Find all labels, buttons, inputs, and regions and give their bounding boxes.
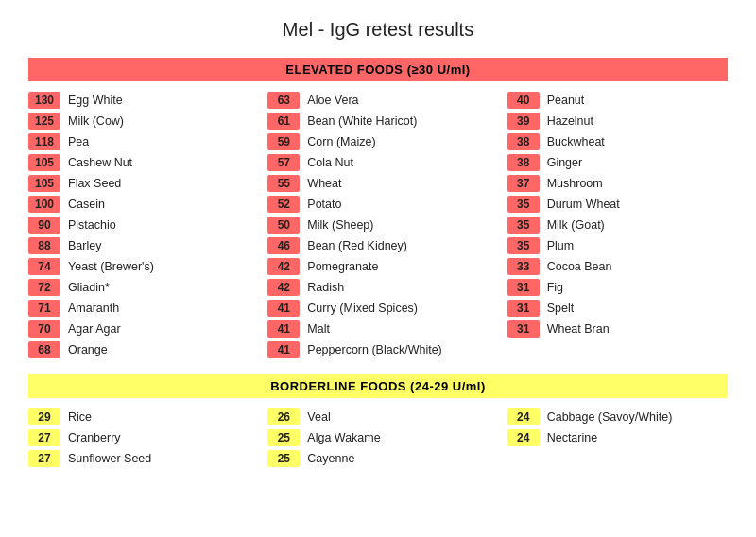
score-badge: 42 — [267, 258, 300, 275]
score-badge: 38 — [507, 154, 540, 171]
list-item: 42Radish — [267, 278, 488, 297]
list-item: 125Milk (Cow) — [28, 112, 249, 130]
list-item: 25Alga Wakame — [267, 428, 488, 447]
list-item: 31Wheat Bran — [507, 320, 728, 338]
list-item: 50Milk (Sheep) — [267, 216, 488, 234]
food-name: Cabbage (Savoy/White) — [547, 410, 673, 424]
food-name: Egg White — [68, 94, 123, 107]
borderline-header: BORDERLINE FOODS (24-29 U/ml) — [28, 374, 728, 398]
list-item: 70Agar Agar — [28, 320, 249, 338]
food-name: Veal — [307, 410, 330, 424]
score-badge: 35 — [507, 196, 540, 213]
food-name: Cranberry — [68, 431, 121, 444]
food-name: Durum Wheat — [547, 198, 620, 211]
food-name: Fig — [547, 281, 563, 294]
score-badge: 31 — [507, 320, 540, 338]
list-item: 61Bean (White Haricot) — [267, 112, 488, 130]
list-item: 35Milk (Goat) — [507, 216, 728, 234]
score-badge: 46 — [267, 237, 300, 254]
food-name: Alga Wakame — [307, 431, 380, 444]
score-badge: 41 — [267, 341, 300, 358]
score-badge: 74 — [28, 258, 60, 275]
list-item: 41Curry (Mixed Spices) — [267, 299, 488, 318]
elevated-header: ELEVATED FOODS (≥30 U/ml) — [28, 58, 728, 81]
list-item: 72Gliadin* — [28, 278, 249, 297]
score-badge: 125 — [28, 113, 60, 130]
score-badge: 68 — [28, 341, 60, 358]
food-name: Pistachio — [68, 218, 116, 232]
score-badge: 27 — [28, 429, 60, 446]
list-item: 35Plum — [507, 236, 728, 255]
borderline-grid: 29Rice26Veal24Cabbage (Savoy/White)27Cra… — [28, 407, 728, 468]
list-item: 31Spelt — [507, 299, 728, 318]
food-name: Bean (Red Kidney) — [307, 239, 407, 252]
food-name: Orange — [68, 343, 108, 356]
food-name: Agar Agar — [68, 322, 121, 336]
score-badge: 24 — [507, 408, 540, 425]
score-badge: 31 — [507, 279, 540, 296]
list-item: 57Cola Nut — [267, 153, 488, 172]
score-badge: 38 — [507, 133, 540, 150]
food-name: Casein — [68, 198, 105, 211]
score-badge: 57 — [267, 154, 300, 171]
list-item: 130Egg White — [28, 91, 249, 110]
list-item: 38Ginger — [507, 153, 728, 172]
score-badge: 105 — [28, 175, 60, 192]
food-name: Milk (Sheep) — [307, 218, 373, 232]
food-name: Amaranth — [68, 302, 119, 315]
food-name: Cola Nut — [307, 156, 353, 169]
list-item: 105Flax Seed — [28, 174, 249, 193]
score-badge: 90 — [28, 217, 60, 234]
food-name: Wheat Bran — [547, 322, 610, 336]
food-name: Pea — [68, 135, 89, 148]
food-name: Cayenne — [307, 452, 354, 465]
food-name: Buckwheat — [547, 135, 605, 148]
score-badge: 105 — [28, 154, 60, 171]
list-item: 26Veal — [267, 407, 488, 426]
list-item: 55Wheat — [267, 174, 488, 193]
score-badge: 70 — [28, 320, 60, 338]
score-badge: 61 — [267, 113, 300, 130]
food-name: Spelt — [547, 302, 575, 315]
list-item: 40Peanut — [507, 91, 728, 110]
food-name: Malt — [307, 322, 330, 336]
score-badge: 41 — [267, 320, 300, 338]
food-name: Ginger — [547, 156, 583, 169]
score-badge: 130 — [28, 92, 60, 109]
food-name: Nectarine — [547, 431, 598, 444]
list-item: 33Cocoa Bean — [507, 257, 728, 276]
score-badge: 72 — [28, 279, 60, 296]
food-name: Flax Seed — [68, 177, 121, 190]
score-badge: 31 — [507, 300, 540, 317]
score-badge: 33 — [507, 258, 540, 275]
score-badge: 63 — [267, 92, 300, 109]
food-name: Peanut — [547, 94, 585, 107]
food-name: Yeast (Brewer's) — [68, 260, 154, 273]
list-item: 118Pea — [28, 132, 249, 151]
score-badge: 25 — [267, 429, 300, 446]
food-name: Hazelnut — [547, 114, 593, 128]
food-name: Bean (White Haricot) — [307, 114, 417, 128]
score-badge: 40 — [507, 92, 540, 109]
empty-cell — [507, 449, 728, 468]
score-badge: 26 — [267, 408, 300, 425]
list-item: 24Cabbage (Savoy/White) — [507, 407, 728, 426]
food-name: Sunflower Seed — [68, 452, 151, 465]
page-title: Mel - IgG retest results — [28, 19, 728, 41]
food-name: Rice — [68, 410, 92, 424]
list-item: 90Pistachio — [28, 216, 249, 234]
food-name: Barley — [68, 239, 101, 252]
list-item: 41Peppercorn (Black/White) — [267, 340, 488, 359]
food-name: Gliadin* — [68, 281, 110, 294]
food-name: Pomegranate — [307, 260, 378, 273]
list-item: 24Nectarine — [507, 428, 728, 447]
score-badge: 29 — [28, 408, 60, 425]
score-badge: 35 — [507, 237, 540, 254]
score-badge: 100 — [28, 196, 60, 213]
food-name: Plum — [547, 239, 574, 252]
food-name: Radish — [307, 281, 344, 294]
food-name: Wheat — [307, 177, 341, 190]
score-badge: 35 — [507, 217, 540, 234]
elevated-section: ELEVATED FOODS (≥30 U/ml) 130Egg White63… — [28, 58, 728, 359]
score-badge: 42 — [267, 279, 300, 296]
